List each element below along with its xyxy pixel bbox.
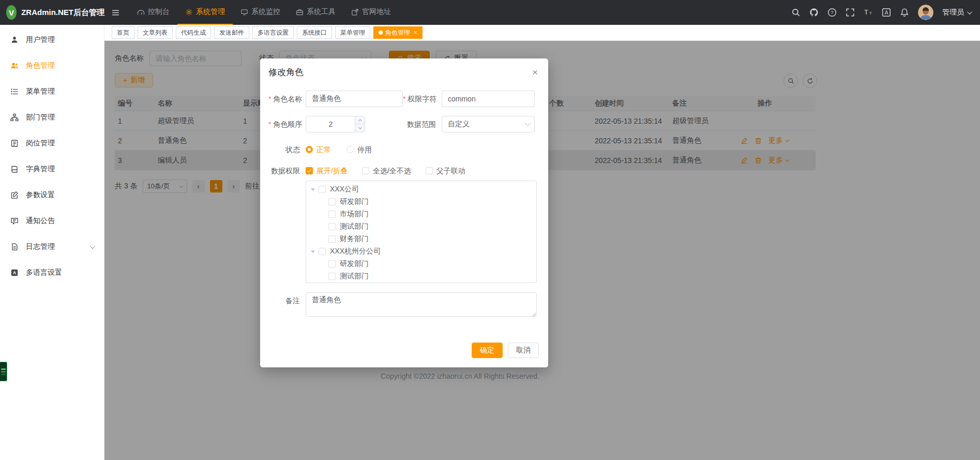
close-icon[interactable]: × (532, 67, 538, 77)
external-link-icon (351, 8, 359, 16)
nav-label: 系统工具 (307, 7, 336, 17)
tab-system-api[interactable]: 系统接口 (297, 26, 332, 39)
role-name-field[interactable] (306, 91, 403, 107)
tree-node-label: 研发部门 (340, 197, 369, 206)
monitor-icon (240, 8, 248, 16)
stepper-down-button[interactable] (355, 124, 365, 132)
tree-checkbox[interactable] (328, 198, 336, 205)
font-size-icon[interactable]: TT (864, 8, 873, 17)
radio-icon (306, 146, 313, 153)
language-square-icon: A (10, 269, 19, 277)
tree-checkbox[interactable] (319, 248, 326, 255)
checkbox-icon (306, 167, 313, 174)
sidebar-item-menus[interactable]: 菜单管理 (0, 79, 104, 105)
sidebar-item-label: 用户管理 (26, 35, 55, 44)
tree-node-dept[interactable]: 测试部门 (306, 270, 536, 283)
radio-label: 正常 (316, 141, 331, 158)
hamburger-menu-icon[interactable] (104, 0, 126, 25)
tab-home[interactable]: 首页 (112, 26, 134, 39)
tree-node-label: 财务部门 (340, 234, 369, 244)
sidebar-item-users[interactable]: 用户管理 (0, 27, 104, 53)
tree-checkbox[interactable] (328, 211, 336, 218)
sidebar-item-i18n[interactable]: A 多语言设置 (0, 260, 104, 286)
data-scope-select[interactable]: 自定义 (442, 116, 535, 132)
nav-item-console[interactable]: 控制台 (129, 0, 177, 25)
remark-label: 备注 (268, 292, 306, 309)
perm-char-field[interactable] (442, 91, 535, 107)
tree-node-dept[interactable]: 财务部门 (306, 233, 536, 245)
nav-item-system-monitor[interactable]: 系统监控 (233, 0, 288, 25)
tab-menu-mgmt[interactable]: 菜单管理 (335, 26, 370, 39)
close-icon[interactable]: × (414, 29, 417, 36)
sidebar-item-roles[interactable]: 角色管理 (0, 53, 104, 79)
cancel-button[interactable]: 取消 (508, 343, 539, 358)
checkbox-expand-collapse[interactable]: 展开/折叠 (306, 164, 348, 177)
radio-status-disabled[interactable]: 停用 (346, 141, 372, 158)
github-icon[interactable] (809, 8, 819, 17)
help-icon[interactable]: ? (827, 8, 837, 17)
sidebar-item-notices[interactable]: 通知公告 (0, 208, 104, 234)
caret-down-icon[interactable] (311, 188, 315, 191)
dialog-title: 修改角色 (268, 66, 304, 78)
tree-node-dept[interactable]: 市场部门 (306, 208, 536, 220)
role-order-stepper[interactable] (306, 116, 365, 132)
tree-node-branch[interactable]: XXX杭州分公司 (306, 245, 536, 258)
nav-label: 控制台 (148, 7, 170, 17)
widget-bar (1, 368, 6, 370)
tree-checkbox[interactable] (328, 235, 336, 243)
tree-node-label: XXX杭州分公司 (330, 247, 381, 256)
tab-label: 菜单管理 (340, 28, 365, 37)
tree-checkbox[interactable] (328, 260, 336, 268)
toolbox-icon (296, 8, 304, 16)
sidebar-item-label: 岗位管理 (26, 139, 55, 148)
sidebar-item-dictionary[interactable]: 字典管理 (0, 156, 104, 182)
top-header: V ZRAdmin.NET后台管理 控制台 系统管理 系统监控 系统工具 (0, 0, 980, 25)
checkbox-icon (426, 167, 433, 174)
nav-item-system-mgmt[interactable]: 系统管理 (177, 0, 233, 25)
sidebar-item-label: 日志管理 (26, 242, 55, 251)
user-menu[interactable]: 管理员 (942, 8, 971, 17)
role-order-label: 角色顺序 (268, 116, 306, 132)
tab-code-gen[interactable]: 代码生成 (176, 26, 211, 39)
sidebar-item-label: 菜单管理 (26, 87, 55, 96)
svg-text:?: ? (831, 9, 833, 15)
tab-send-mail[interactable]: 发送邮件 (214, 26, 249, 39)
checkbox-parent-child-link[interactable]: 父子联动 (426, 164, 465, 177)
language-icon[interactable]: A (882, 8, 891, 17)
active-dot (379, 31, 383, 35)
tab-i18n[interactable]: 多语言设置 (252, 26, 294, 39)
tree-checkbox[interactable] (328, 273, 336, 280)
radio-status-normal[interactable]: 正常 (306, 141, 331, 158)
checkbox-select-all[interactable]: 全选/全不选 (362, 164, 411, 177)
data-scope-value: 自定义 (448, 120, 470, 129)
tab-label: 首页 (117, 28, 129, 37)
role-order-input[interactable] (306, 116, 355, 132)
fullscreen-icon[interactable] (846, 8, 855, 17)
tab-role-mgmt[interactable]: 角色管理 × (373, 26, 423, 39)
edit-square-icon (10, 191, 19, 199)
stepper-up-button[interactable] (355, 116, 365, 124)
avatar[interactable] (918, 5, 933, 20)
tree-node-label: 测试部门 (340, 272, 369, 281)
tab-article-list[interactable]: 文章列表 (138, 26, 173, 39)
tree-node-dept[interactable]: 研发部门 (306, 196, 536, 208)
caret-down-icon[interactable] (311, 250, 315, 253)
tree-node-dept[interactable]: 测试部门 (306, 220, 536, 233)
tree-checkbox[interactable] (328, 223, 336, 230)
username: 管理员 (942, 8, 964, 17)
sidebar-item-logs[interactable]: 日志管理 (0, 234, 104, 260)
bell-icon[interactable] (900, 8, 909, 17)
nav-item-official-site[interactable]: 官网地址 (343, 0, 399, 25)
sidebar-item-departments[interactable]: 部门管理 (0, 105, 104, 130)
tree-node-dept[interactable]: 研发部门 (306, 258, 536, 270)
sidebar-item-posts[interactable]: 岗位管理 (0, 130, 104, 156)
search-icon[interactable] (791, 8, 801, 17)
nav-label: 官网地址 (362, 7, 391, 17)
tree-checkbox[interactable] (319, 186, 326, 193)
confirm-button[interactable]: 确定 (472, 343, 503, 358)
remark-textarea[interactable]: 普通角色 (306, 292, 537, 317)
tree-node-company[interactable]: XXX公司 (306, 183, 536, 196)
logo-icon: V (6, 5, 17, 20)
sidebar-item-parameters[interactable]: 参数设置 (0, 182, 104, 208)
nav-item-system-tools[interactable]: 系统工具 (288, 0, 343, 25)
